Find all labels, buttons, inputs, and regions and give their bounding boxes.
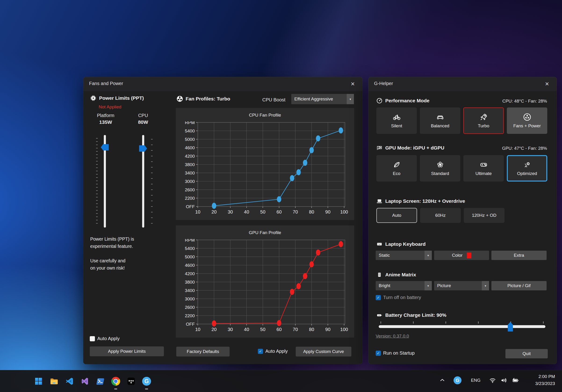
chevron-down-icon[interactable]: ▾ (424, 251, 432, 260)
matrix-icon (376, 272, 383, 278)
screen-120hz-od-button[interactable]: 120Hz + OD (464, 208, 504, 223)
cpu-chart-title: CPU Fan Profile (176, 108, 354, 122)
matrix-picture-gif-button[interactable]: Picture / Gif (492, 281, 547, 290)
screen-60hz-button[interactable]: 60Hz (420, 208, 461, 223)
start-button[interactable] (34, 376, 44, 386)
cpu-boost-dropdown[interactable]: Efficient Aggressive ▾ (291, 94, 354, 104)
standard-gpu-button[interactable]: Standard (420, 155, 460, 181)
g-helper-button[interactable]: G (141, 376, 152, 386)
auto-apply-curve-row[interactable]: ✓ Auto Apply (258, 348, 288, 354)
matrix-brightness-dropdown[interactable]: Bright ▾ (376, 281, 432, 290)
ultimate-gpu-button[interactable]: Ultimate (463, 155, 504, 181)
platform-slider-thumb[interactable] (101, 144, 109, 150)
turn-off-on-battery-checkbox[interactable]: ✓ (376, 295, 381, 300)
fan-icon (523, 113, 531, 121)
car-icon (436, 113, 445, 121)
matrix-running-dropdown[interactable]: Picture ▾ (434, 281, 489, 290)
laptop-screen-header: Laptop Screen: 120Hz + Overdrive (376, 198, 465, 204)
powershell-button[interactable] (95, 376, 105, 386)
keyboard-color-button[interactable]: Color (434, 251, 489, 260)
gpu-fan-chart[interactable]: OFF220026003000340038004200460050005400R… (176, 239, 354, 337)
platform-label: Platform (90, 113, 121, 118)
fan-profiles-panel: Fan Profiles: Turbo CPU Boost Efficient … (176, 93, 354, 364)
svg-text:2600: 2600 (185, 305, 195, 310)
tray-date: 3/23/2023 (535, 380, 555, 387)
mode-button-label: Optimized (517, 171, 537, 176)
tray-language[interactable]: ENG (469, 378, 482, 383)
svg-text:RPM: RPM (185, 122, 195, 125)
auto-apply-power-checkbox[interactable] (90, 336, 95, 341)
tidal-button[interactable] (126, 376, 136, 386)
svg-text:4200: 4200 (185, 271, 195, 276)
fans-titlebar[interactable]: Fans and Power ✕ (83, 77, 362, 91)
tray-wifi-button[interactable] (489, 377, 496, 385)
gpu-card-icon (376, 145, 383, 151)
matrix-running-value: Picture (434, 283, 482, 288)
run-on-startup-label: Run on Startup (383, 350, 415, 356)
turbo-mode-button[interactable]: Turbo (463, 107, 504, 134)
tray-chevron-button[interactable] (439, 377, 445, 384)
apply-custom-curve-button[interactable]: Apply Custom Curve (296, 347, 351, 357)
matrix-battery-row[interactable]: ✓ Turn off on battery (376, 295, 421, 300)
auto-apply-power-row[interactable]: Auto Apply (90, 336, 120, 341)
cpu-label: CPU (128, 113, 159, 118)
svg-text:20: 20 (211, 209, 216, 214)
screen-auto-button[interactable]: Auto (376, 208, 417, 223)
ghelper-titlebar[interactable]: G-Helper ✕ (368, 77, 557, 91)
fans-power-button[interactable]: Fans + Power (507, 107, 547, 134)
power-limits-status: Not Applied (99, 104, 121, 110)
svg-text:5400: 5400 (185, 128, 195, 133)
tray-battery-button[interactable] (512, 377, 519, 385)
visual-studio-button[interactable] (80, 376, 90, 386)
version-link[interactable]: Version: 0.37.0.0 (376, 334, 409, 339)
battery-slider-track[interactable] (379, 325, 545, 328)
flower-icon (436, 160, 445, 169)
optimized-gpu-button[interactable]: Optimized (507, 155, 547, 181)
chevron-down-icon[interactable]: ▾ (347, 94, 354, 104)
factory-defaults-button[interactable]: Factory Defaults (176, 347, 230, 357)
close-icon[interactable]: ✕ (349, 80, 357, 88)
apply-power-limits-button[interactable]: Apply Power Limits (90, 347, 164, 356)
run-on-startup-row[interactable]: ✓ Run on Startup (376, 350, 415, 356)
chevron-down-icon[interactable]: ▾ (482, 281, 489, 290)
run-on-startup-checkbox[interactable]: ✓ (376, 351, 381, 356)
svg-text:90: 90 (325, 327, 330, 332)
quit-button[interactable]: Quit (505, 349, 548, 358)
vscode-button[interactable] (64, 376, 75, 386)
tray-volume-button[interactable] (500, 377, 507, 385)
leaf-icon (393, 160, 401, 169)
tray-g-helper-button[interactable]: G (454, 376, 461, 384)
cpu-chip-icon (90, 95, 97, 102)
svg-text:40: 40 (244, 327, 249, 332)
keyboard-mode-dropdown[interactable]: Static ▾ (376, 251, 432, 260)
keyboard-extra-button[interactable]: Extra (492, 251, 547, 260)
silent-mode-button[interactable]: Silent (376, 107, 417, 134)
chrome-button[interactable] (111, 376, 121, 386)
cpu-boost-label: CPU Boost (262, 97, 285, 102)
mode-button-label: Eco (393, 171, 400, 176)
laptop-screen-title: Laptop Screen: 120Hz + Overdrive (385, 198, 465, 204)
svg-text:4200: 4200 (185, 154, 195, 159)
windows-start-icon (34, 377, 43, 386)
chevron-up-icon (439, 377, 445, 383)
keyboard-controls-row: Static ▾ Color Extra (376, 251, 547, 260)
window-title: G-Helper (374, 81, 393, 86)
auto-apply-curve-checkbox[interactable]: ✓ (258, 349, 263, 354)
screen-button-label: 60Hz (435, 213, 445, 218)
close-icon[interactable]: ✕ (543, 80, 551, 88)
file-explorer-button[interactable] (49, 376, 59, 386)
tray-clock[interactable]: 2:00 PM 3/23/2023 (535, 373, 555, 387)
vscode-icon (65, 377, 74, 386)
svg-text:80: 80 (309, 327, 314, 332)
balanced-mode-button[interactable]: Balanced (420, 107, 460, 134)
keyboard-icon (376, 241, 383, 247)
svg-text:3000: 3000 (185, 296, 195, 301)
taskbar-apps: G (34, 370, 152, 392)
cpu-temp-status: CPU: 48°C - Fan: 28% (502, 99, 547, 104)
mode-button-label: Turbo (478, 123, 489, 128)
eco-gpu-button[interactable]: Eco (376, 155, 417, 181)
chevron-down-icon[interactable]: ▾ (424, 281, 432, 290)
cpu-fan-chart[interactable]: OFF220026003000340038004200460050005400R… (176, 122, 354, 220)
performance-mode-title: Performance Mode (385, 98, 429, 103)
cpu-slider-thumb[interactable] (139, 145, 147, 152)
